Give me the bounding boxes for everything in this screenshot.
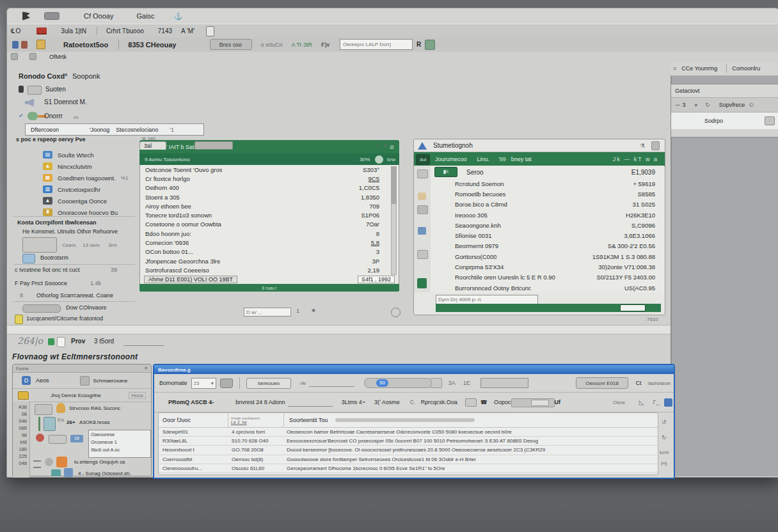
book-icon[interactable] bbox=[12, 41, 19, 49]
mini-close-icon[interactable]: ✕ bbox=[144, 366, 148, 371]
go-icon[interactable] bbox=[425, 40, 435, 50]
register-row[interactable]: Oetconoe Toennt 'Ouvo gros S303° bbox=[140, 165, 399, 174]
summary-row[interactable]: Beormernt 0979 S& 300-2'2 E0.56 bbox=[431, 241, 664, 251]
refresh-icon[interactable] bbox=[391, 308, 401, 317]
tb1-field-underline[interactable] bbox=[309, 386, 355, 387]
phone-icon[interactable]: ☎ bbox=[480, 399, 488, 405]
strip-label-a[interactable]: Prov bbox=[71, 338, 85, 345]
col-header-2[interactable]: Imuat uuofcaoert Le 2, tw bbox=[228, 413, 284, 427]
collapse-icon[interactable]: ⊸ bbox=[675, 102, 680, 108]
tb1-select[interactable]: 15▾ bbox=[191, 378, 216, 389]
toolbar-button-1[interactable]: Bres ose bbox=[210, 39, 252, 50]
sidebar-mgmt-label[interactable]: 1ucqcanert/Citcurne fcatontod bbox=[26, 315, 103, 322]
register-highlight-row[interactable]: Ahme D11 E001) VOLI OO 19BT S4f1 , 1992 bbox=[139, 275, 399, 284]
sidebar-dow-label[interactable]: Dow COlnvaore bbox=[66, 304, 107, 311]
mini-button[interactable] bbox=[194, 141, 233, 150]
summary-first-row[interactable]: ▮≡ Seroo E1,9039 bbox=[431, 166, 664, 178]
rail-hand-icon[interactable] bbox=[418, 192, 426, 200]
mini-top-right[interactable]: Hoos bbox=[129, 392, 146, 399]
tabstrip-pen-icon[interactable]: ✐ bbox=[383, 143, 388, 149]
register-status-box[interactable]: D w/ ... bbox=[244, 308, 291, 317]
toolbar-button-4[interactable]: F)v bbox=[321, 42, 329, 48]
menubar-item-1[interactable]: 3ula 1|tN bbox=[61, 27, 86, 35]
tab-icon-2[interactable] bbox=[29, 53, 36, 60]
minimize-icon[interactable]: Γ_ bbox=[653, 399, 659, 405]
mail-icon[interactable] bbox=[465, 398, 477, 407]
blue-app-icon[interactable] bbox=[64, 468, 73, 477]
document-icon[interactable] bbox=[206, 26, 214, 36]
dropdown-option[interactable]: Orcsmeoe 1 bbox=[89, 438, 150, 446]
sidebar-section-sub[interactable]: He Konsmet. Utnuits Othor Rehuorve bbox=[22, 228, 118, 235]
rail-green-icon[interactable] bbox=[417, 278, 427, 288]
sidebar-quick-2[interactable]: S1 Doennot M. bbox=[44, 98, 87, 106]
app-icon[interactable] bbox=[36, 27, 47, 35]
sidebar-other-label[interactable]: Othorlog Scarrcareeat. Coane bbox=[36, 292, 113, 299]
table-row[interactable]: R30taeL8L 510.70 628 O40 Eeococsexcrcsue… bbox=[159, 437, 658, 446]
right-top-label-a[interactable]: CCe Younrmg bbox=[681, 65, 717, 72]
blue-grid-icon[interactable] bbox=[664, 398, 672, 407]
register-tab[interactable]: 3al bbox=[139, 141, 166, 150]
printer-icon[interactable] bbox=[220, 379, 233, 388]
sidebar-boot-item[interactable]: Bootrotsrm bbox=[40, 254, 68, 261]
mini-top-row[interactable]: Jhoj Derrck Ecsogrthe Hoos bbox=[13, 389, 151, 402]
summary-row[interactable]: Romoetlb becuoes S8585 bbox=[431, 189, 664, 199]
tb1-right-button[interactable]: Oeoocnr E018 bbox=[576, 377, 628, 389]
reload-icon[interactable]: ↻ bbox=[705, 102, 710, 108]
app-titlebar[interactable]: Cf Oooay Gaisc ⚓ bbox=[7, 8, 778, 24]
toolbar-button-3[interactable]: A Tr 3tR bbox=[292, 42, 313, 48]
filter-b[interactable]: 'Joonog bbox=[90, 127, 109, 133]
teal-icon[interactable] bbox=[51, 469, 61, 476]
palette-row[interactable]: Sodrpo bbox=[671, 113, 778, 129]
form-underline[interactable] bbox=[288, 406, 333, 407]
menu-edit[interactable]: Gaisc bbox=[136, 12, 154, 20]
summary-row[interactable]: Gorttorso(C000 1S91K3M 1 S.3 080.88 bbox=[431, 251, 664, 262]
form-a[interactable]: PRomQ ASCB 4- bbox=[168, 399, 214, 405]
scan-button[interactable]: ▮≡ bbox=[434, 167, 457, 177]
summary-tb-d[interactable]: bney tat bbox=[511, 156, 532, 162]
search-circle-icon[interactable]: ⊙ bbox=[749, 102, 754, 108]
tb1-button[interactable]: bereoueo bbox=[246, 378, 291, 389]
lock-icon[interactable] bbox=[36, 40, 45, 49]
company-name[interactable]: Ratoetoxt5oo bbox=[63, 41, 108, 49]
summary-footer-input[interactable]: Dyrn Dr) 4009 p- rl. bbox=[436, 295, 538, 304]
filter-a[interactable]: Dftercoeon bbox=[31, 127, 59, 133]
rail-grid-icon[interactable] bbox=[417, 169, 428, 178]
bottom-titlebar[interactable]: Bavoodtma.g bbox=[154, 365, 674, 374]
summary-tb-icons[interactable]: Jk — kT w a bbox=[613, 156, 658, 162]
summary-row[interactable]: Conprpma 53'X34 30)2onte V71:008.38 bbox=[431, 262, 664, 272]
chart-icon[interactable]: ◺ bbox=[639, 399, 644, 406]
badge-icon[interactable] bbox=[44, 417, 56, 431]
menu-file[interactable]: Cf Oooay bbox=[84, 12, 113, 20]
register-row[interactable]: Tonecre tord1o3 sonown S1P06 bbox=[140, 210, 399, 219]
tab-icon-1[interactable] bbox=[11, 53, 18, 60]
register-row[interactable]: Jfonpencae Geoorchna 3lre 3P bbox=[140, 256, 399, 265]
preview-thumbnail[interactable] bbox=[22, 237, 57, 253]
progress-pill[interactable] bbox=[22, 304, 61, 313]
table-row[interactable]: Cierenooooufru... Osccec 61L60 Gercepeor… bbox=[159, 464, 658, 473]
shield-small-icon[interactable] bbox=[651, 141, 660, 150]
mini-tab-2[interactable]: Schmaeroxane bbox=[93, 378, 128, 384]
toolbar-button-2[interactable]: o xrtuCn bbox=[261, 42, 283, 48]
tools-icon[interactable]: ⚗ bbox=[640, 143, 645, 149]
tb1-sort-a[interactable]: 3A bbox=[449, 380, 456, 386]
sidebar-subtitle[interactable]: Sooponk bbox=[72, 72, 100, 80]
scrollbar-thumb[interactable] bbox=[392, 167, 396, 204]
register-row[interactable]: Cosetoone o oomur Oowbta 7Oar bbox=[140, 220, 399, 229]
register-scrollbar[interactable] bbox=[391, 166, 397, 275]
chip-icon[interactable]: Ol bbox=[70, 435, 83, 442]
dropdown-option[interactable]: 9bc6 out A oc bbox=[89, 446, 150, 453]
filter-c[interactable]: Stecosnelociano bbox=[116, 127, 158, 133]
pin-icon[interactable]: ♦ bbox=[695, 102, 698, 108]
register-row[interactable]: Comecion '0936 5,8 bbox=[140, 238, 399, 247]
status-doc-icon[interactable] bbox=[57, 337, 65, 347]
summary-row[interactable]: Seaoongone.knh S,C9096 bbox=[431, 220, 664, 230]
strip-label-b[interactable]: 3 t5ord bbox=[94, 338, 114, 345]
dropdown-option[interactable]: Oaeourese bbox=[89, 430, 150, 438]
hamburger-icon[interactable]: ≡ bbox=[673, 65, 676, 72]
menubar-prefix[interactable]: ℄O bbox=[11, 27, 21, 35]
register-name[interactable]: 8353 CHeouay bbox=[128, 41, 176, 49]
undo-icon[interactable]: ↺ bbox=[662, 419, 667, 425]
palette-tool-label[interactable]: Sopvfrece bbox=[719, 102, 745, 108]
tb1-gray-field[interactable] bbox=[480, 378, 529, 388]
mini-titlebar[interactable]: Funrw ✕ bbox=[13, 364, 151, 373]
